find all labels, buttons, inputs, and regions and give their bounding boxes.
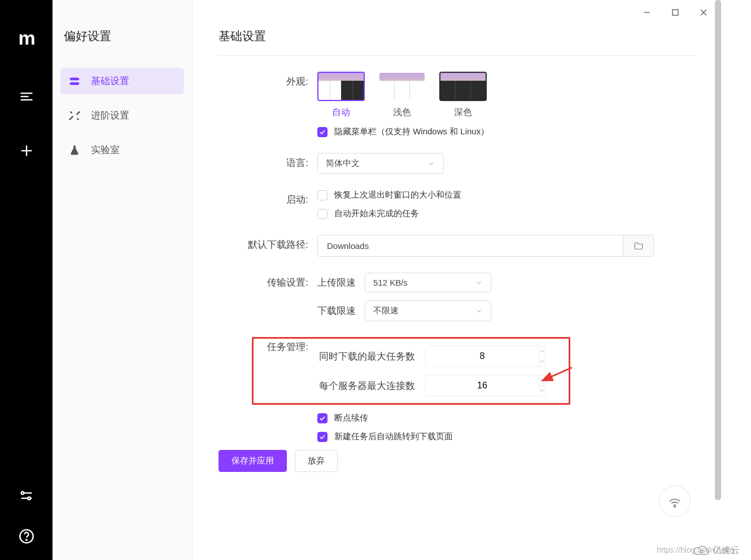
svg-point-12	[26, 540, 27, 540]
cloud-icon	[693, 544, 709, 557]
help-icon[interactable]	[14, 524, 39, 549]
auto-start-checkbox[interactable]	[317, 209, 328, 219]
theme-auto-label: 自动	[332, 107, 350, 119]
startup-label: 启动:	[219, 190, 317, 206]
plus-icon[interactable]	[14, 138, 39, 163]
sidebar-item-advanced[interactable]: 进阶设置	[60, 102, 184, 129]
max-conn-label: 每个服务器最大连接数	[319, 379, 418, 392]
max-tasks-label: 同时下载的最大任务数	[319, 350, 418, 363]
sidebar-title: 偏好设置	[60, 28, 184, 44]
svg-point-5	[21, 492, 24, 495]
folder-icon	[634, 241, 644, 251]
restore-window-label: 恢复上次退出时窗口的大小和位置	[334, 190, 461, 200]
task-mgmt-highlight: 同时下载的最大任务数 每个服务器最大连接数	[252, 337, 570, 405]
wifi-icon	[667, 493, 683, 509]
svg-rect-14	[70, 82, 80, 85]
auto-start-label: 自动开始未完成的任务	[334, 208, 419, 219]
language-label: 语言:	[219, 153, 317, 169]
download-path-label: 默认下载路径:	[219, 235, 317, 251]
resume-label: 断点续传	[334, 413, 368, 423]
tools-icon	[68, 110, 81, 122]
sidebar-item-label: 进阶设置	[91, 109, 129, 122]
hamburger-icon[interactable]	[14, 84, 39, 109]
svg-point-21	[700, 550, 703, 553]
appearance-label: 外观:	[219, 72, 317, 88]
restore-window-checkbox[interactable]	[317, 190, 328, 200]
theme-dark[interactable]: 深色	[439, 72, 487, 119]
max-conn-input[interactable]	[425, 375, 539, 396]
settings-sliders-icon[interactable]	[14, 483, 39, 508]
sidebar-item-basic[interactable]: 基础设置	[60, 68, 184, 94]
theme-auto[interactable]: 自动	[317, 72, 365, 119]
annotation-arrow-icon	[537, 365, 577, 387]
language-select[interactable]: 简体中文	[317, 153, 444, 174]
chevron-down-icon	[427, 160, 435, 168]
discard-button[interactable]: 放弃	[295, 450, 338, 472]
page-title: 基础设置	[219, 28, 695, 56]
transfer-label: 传输设置:	[219, 273, 317, 289]
sidebar-item-label: 实验室	[91, 143, 120, 156]
browse-folder-button[interactable]	[623, 235, 654, 257]
max-tasks-up[interactable]	[539, 346, 545, 357]
upload-limit-select[interactable]: 512 KB/s	[365, 273, 491, 292]
chevron-down-icon	[475, 279, 483, 287]
sidebar-item-lab[interactable]: 实验室	[60, 137, 184, 163]
svg-point-8	[28, 497, 30, 500]
save-button[interactable]: 保存并应用	[219, 450, 287, 472]
close-icon[interactable]	[689, 3, 718, 21]
scrollbar[interactable]	[715, 0, 721, 500]
upload-limit-label: 上传限速	[317, 276, 358, 289]
max-conn-down[interactable]	[539, 386, 545, 396]
download-limit-select[interactable]: 不限速	[365, 300, 491, 321]
sidebar-item-label: 基础设置	[91, 75, 129, 88]
auto-jump-label: 新建任务后自动跳转到下载页面	[334, 431, 453, 442]
download-limit-label: 下载限速	[317, 304, 358, 317]
upload-limit-value: 512 KB/s	[373, 278, 408, 287]
minimize-icon[interactable]	[633, 3, 661, 21]
download-path-input[interactable]: Downloads	[317, 235, 623, 257]
basic-icon	[68, 75, 81, 88]
hide-menubar-checkbox[interactable]	[317, 127, 328, 137]
theme-light-label: 浅色	[393, 107, 411, 119]
lab-icon	[68, 144, 81, 156]
svg-rect-13	[70, 77, 80, 80]
max-tasks-input[interactable]	[425, 345, 539, 367]
svg-line-19	[543, 368, 572, 380]
theme-dark-label: 深色	[454, 107, 472, 119]
language-value: 简体中文	[326, 158, 360, 169]
maximize-icon[interactable]	[661, 3, 689, 21]
watermark-brand: 亿速云	[693, 544, 740, 557]
chevron-down-icon	[475, 307, 483, 315]
auto-jump-checkbox[interactable]	[317, 432, 328, 442]
svg-rect-16	[673, 10, 678, 15]
float-action-button[interactable]	[659, 485, 691, 517]
download-limit-value: 不限速	[373, 305, 399, 316]
hide-menubar-label: 隐藏菜单栏（仅支持 Windows 和 Linux）	[334, 126, 489, 137]
svg-point-20	[674, 506, 675, 507]
resume-checkbox[interactable]	[317, 413, 328, 423]
app-logo: m	[18, 27, 34, 49]
theme-light[interactable]: 浅色	[378, 72, 426, 119]
